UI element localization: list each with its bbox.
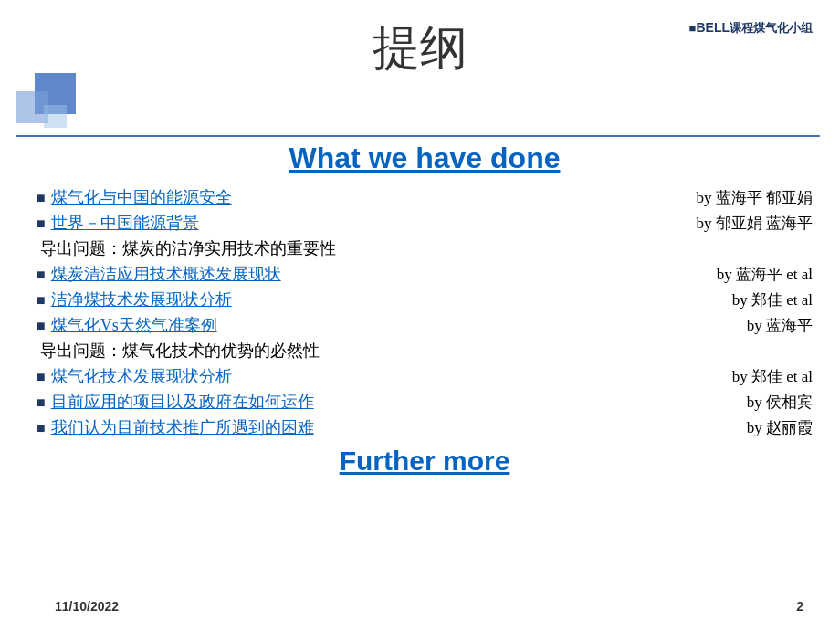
- further-more-heading: Further more: [37, 446, 813, 477]
- bullet-icon: ■: [37, 369, 46, 385]
- item-by-6: by 郑佳 et al: [714, 366, 813, 387]
- section-heading: What we have done: [37, 142, 813, 175]
- horizontal-divider: [16, 135, 820, 137]
- list-item: ■ 洁净煤技术发展现状分析 by 郑佳 et al: [37, 289, 813, 310]
- item-by-1: by 蓝海平 郁亚娟: [678, 187, 814, 208]
- bullet-icon: ■: [37, 267, 46, 283]
- footer-date: 11/10/2022: [55, 599, 119, 614]
- bullet-icon: ■: [37, 292, 46, 309]
- list-item: ■ 我们认为目前技术推广所遇到的困难 by 赵丽霞: [37, 416, 813, 438]
- bell-suffix: 课程煤气化小组: [730, 21, 813, 35]
- item-link-1[interactable]: 煤气化与中国的能源安全: [51, 186, 232, 208]
- decorative-squares: [16, 73, 80, 137]
- item-by-3: by 蓝海平 et al: [698, 264, 813, 285]
- footer-page-number: 2: [796, 599, 803, 614]
- list-item: ■ 煤气化技术发展现状分析 by 郑佳 et al: [37, 365, 813, 387]
- intro-text-1: 导出问题：煤炭的洁净实用技术的重要性: [40, 237, 813, 259]
- item-by-5: by 蓝海平: [729, 315, 813, 336]
- bell-text: BELL: [696, 20, 730, 35]
- intro-text-2: 导出问题：煤气化技术的优势的必然性: [40, 340, 813, 362]
- bullet-icon: ■: [37, 215, 46, 232]
- bell-logo: ■BELL课程煤气化小组: [689, 20, 813, 37]
- list-item: ■ 煤炭清洁应用技术概述发展现状 by 蓝海平 et al: [37, 263, 813, 285]
- item-by-4: by 郑佳 et al: [714, 289, 813, 310]
- list-item: ■ 煤气化与中国的能源安全 by 蓝海平 郁亚娟: [37, 186, 813, 208]
- list-item: ■ 世界－中国能源背景 by 郁亚娟 蓝海平: [37, 212, 813, 234]
- item-by-8: by 赵丽霞: [729, 417, 813, 438]
- bullet-icon: ■: [37, 190, 46, 206]
- bullet-icon: ■: [37, 420, 46, 436]
- bullet-icon: ■: [37, 394, 46, 411]
- item-link-5[interactable]: 煤气化Vs天然气准案例: [51, 314, 217, 336]
- item-link-3[interactable]: 煤炭清洁应用技术概述发展现状: [51, 263, 281, 285]
- item-link-6[interactable]: 煤气化技术发展现状分析: [51, 365, 232, 387]
- item-by-2: by 郁亚娟 蓝海平: [678, 213, 814, 234]
- main-content: What we have done ■ 煤气化与中国的能源安全 by 蓝海平 郁…: [37, 142, 813, 477]
- item-link-8[interactable]: 我们认为目前技术推广所遇到的困难: [51, 416, 314, 438]
- item-link-2[interactable]: 世界－中国能源背景: [51, 212, 199, 234]
- bullet-icon: ■: [37, 318, 46, 334]
- list-item: ■ 目前应用的项目以及政府在如何运作 by 侯相宾: [37, 391, 813, 413]
- item-link-7[interactable]: 目前应用的项目以及政府在如何运作: [51, 391, 314, 413]
- item-by-7: by 侯相宾: [729, 392, 813, 413]
- list-item: ■ 煤气化Vs天然气准案例 by 蓝海平: [37, 314, 813, 336]
- item-link-4[interactable]: 洁净煤技术发展现状分析: [51, 289, 232, 310]
